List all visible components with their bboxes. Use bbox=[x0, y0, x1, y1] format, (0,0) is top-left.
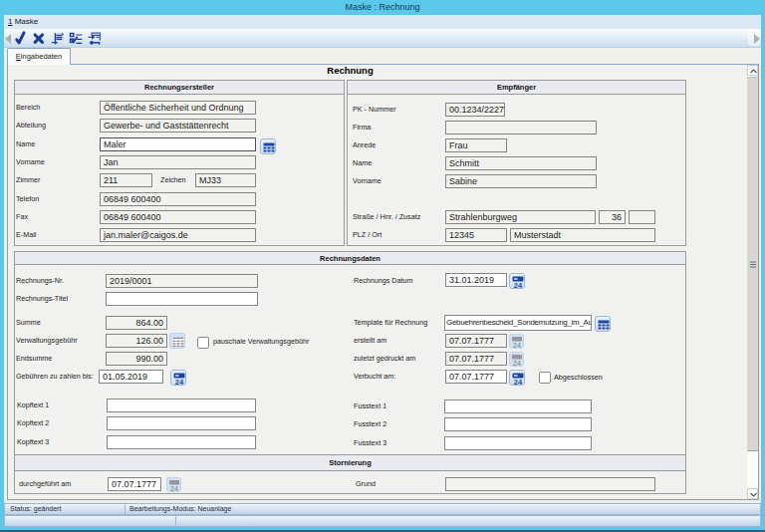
svg-text:24: 24 bbox=[513, 281, 522, 290]
svg-text:24: 24 bbox=[513, 341, 521, 348]
svg-text:24: 24 bbox=[170, 485, 178, 492]
svg-text:24: 24 bbox=[175, 378, 184, 387]
svg-text:24: 24 bbox=[514, 378, 523, 387]
svg-text:24: 24 bbox=[513, 359, 521, 366]
